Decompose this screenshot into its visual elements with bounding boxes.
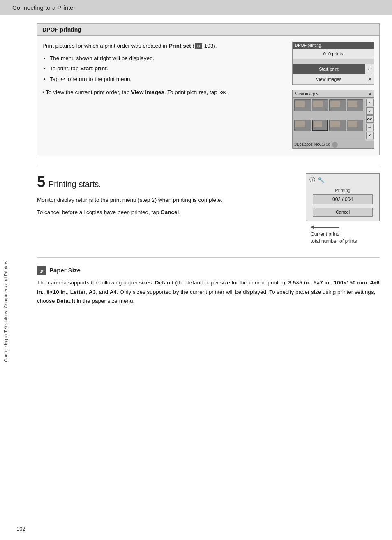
screen-view-bottom: 15/05/2008 NO. 1/ 10	[293, 141, 374, 148]
screen-view-images: View images ∧	[292, 90, 374, 149]
thumb-3	[329, 99, 346, 111]
step5-body: Monitor display returns to the print men…	[37, 196, 293, 217]
dpof-bullet-1: The menu shown at right will be displaye…	[50, 54, 284, 63]
annotation-arrow-row	[311, 224, 357, 228]
screen-dpof-view-icon: ✕	[365, 75, 374, 84]
screen-cancel-btn[interactable]: Cancel	[313, 208, 373, 217]
thumb-7	[329, 120, 346, 131]
thumb-4	[347, 99, 364, 111]
screen-dpof-prints-label: 010 prints	[293, 49, 374, 59]
dpof-content: Print pictures for which a print order w…	[37, 36, 379, 155]
dpof-bullet-3: Tap ↩ to return to the print menu.	[50, 75, 284, 84]
header-bar: Connecting to a Printer	[0, 0, 392, 15]
screen-counter: 002 / 004	[332, 196, 353, 202]
screen-view-side-icons: ∧ ∨ OK ↩ ✕	[365, 98, 374, 141]
dpof-bullets: The menu shown at right will be displaye…	[50, 54, 284, 84]
dpof-text-area: Print pictures for which a print order w…	[42, 42, 284, 149]
side-icon-return[interactable]: ↩	[366, 124, 374, 131]
thumb-5	[294, 120, 311, 131]
camera-icon: 🔧	[318, 177, 325, 183]
paper-size-heading: 𝓏 Paper Size	[37, 266, 380, 275]
step5-heading-row: 5 Printing starts.	[37, 173, 293, 191]
screen-dpof-title: DPOF printing	[293, 42, 374, 49]
thumb-1	[294, 99, 311, 111]
side-icon-close[interactable]: ✕	[366, 132, 374, 139]
thumb-8	[347, 120, 364, 131]
side-icon-ok[interactable]: OK	[366, 115, 374, 123]
step5-screen-wrapper: ⓘ 🔧 Printing 002 / 004 Cancel Current pr…	[306, 173, 380, 245]
screen-dpof-printing: DPOF printing 010 prints Start print ↩ V…	[292, 42, 374, 85]
step5-section: 5 Printing starts. Monitor display retur…	[37, 165, 380, 245]
print-caption: Current print/ total number of prints	[311, 231, 357, 245]
screen-view-title: View images ∧	[293, 90, 374, 98]
thumb-2	[312, 99, 329, 111]
book-icon: ⊞	[195, 43, 202, 49]
screen-view-content: ∧ ∨ OK ↩ ✕	[293, 98, 374, 141]
paper-size-body: The camera supports the following paper …	[37, 278, 380, 307]
screen-dpof-view-row: View images ✕	[293, 74, 374, 85]
step5-body2: To cancel before all copies have been pr…	[37, 208, 293, 217]
screen-dpof-start-row: Start print ↩	[293, 64, 374, 74]
main-content: DPOF printing Print pictures for which a…	[16, 15, 392, 314]
sidebar-label: Connecting to Televisions, Computers and…	[3, 261, 8, 362]
screen-printing-label: Printing	[306, 188, 379, 193]
thumb-6-selected	[312, 120, 329, 131]
screen-counter-box: 002 / 004	[313, 194, 373, 204]
screen-view-close-icon: ∧	[369, 92, 371, 96]
dpof-section: DPOF printing Print pictures for which a…	[37, 23, 380, 155]
screen-printing-icons: ⓘ 🔧	[306, 174, 379, 185]
screen-printing: ⓘ 🔧 Printing 002 / 004 Cancel	[306, 173, 380, 221]
dpof-title: DPOF printing	[37, 24, 379, 36]
ok-icon: OK	[219, 90, 226, 95]
annotation-arrowhead	[311, 225, 314, 229]
header-title: Connecting to a Printer	[12, 4, 75, 11]
screen-thumbnails	[293, 98, 365, 141]
note-icon: 𝓏	[37, 266, 46, 275]
dpof-view-note: • To view the current print order, tap V…	[42, 88, 284, 97]
annotation-line-h	[311, 227, 339, 228]
step5-body1: Monitor display returns to the print men…	[37, 196, 293, 205]
search-icon-small	[332, 142, 338, 148]
side-icon-down[interactable]: ∨	[366, 107, 374, 115]
screen-dpof-start-label: Start print	[293, 64, 365, 74]
screen-dpof-view-label: View images	[293, 74, 365, 84]
screen-view-num: NO. 1/ 10	[314, 143, 330, 147]
dpof-bullet-2: To print, tap Start print.	[50, 64, 284, 73]
screen-dpof-spacer	[293, 59, 374, 64]
screen-dpof-prints-row: 010 prints	[293, 49, 374, 59]
paper-size-section: 𝓏 Paper Size The camera supports the fol…	[37, 257, 380, 307]
print-caption-line1: Current print/	[311, 231, 357, 238]
dpof-description: Print pictures for which a print order w…	[42, 42, 284, 51]
step5-number: 5	[37, 173, 45, 191]
page-number: 102	[16, 526, 25, 532]
annotation-container: Current print/ total number of prints	[311, 224, 357, 245]
paper-size-title: Paper Size	[49, 267, 81, 274]
step5-left: 5 Printing starts. Monitor display retur…	[37, 173, 293, 245]
screen-dpof-start-icon: ↩	[365, 65, 374, 74]
side-icon-up[interactable]: ∧	[366, 99, 374, 106]
dpof-screens: DPOF printing 010 prints Start print ↩ V…	[292, 42, 374, 149]
sidebar-text-container: Connecting to Televisions, Computers and…	[0, 82, 12, 540]
dpof-bold-link: Print set	[169, 43, 191, 49]
step5-title: Printing starts.	[48, 180, 101, 189]
print-caption-line2: total number of prints	[311, 238, 357, 245]
info-icon: ⓘ	[309, 176, 315, 184]
screen-view-date: 15/05/2008	[294, 143, 313, 147]
